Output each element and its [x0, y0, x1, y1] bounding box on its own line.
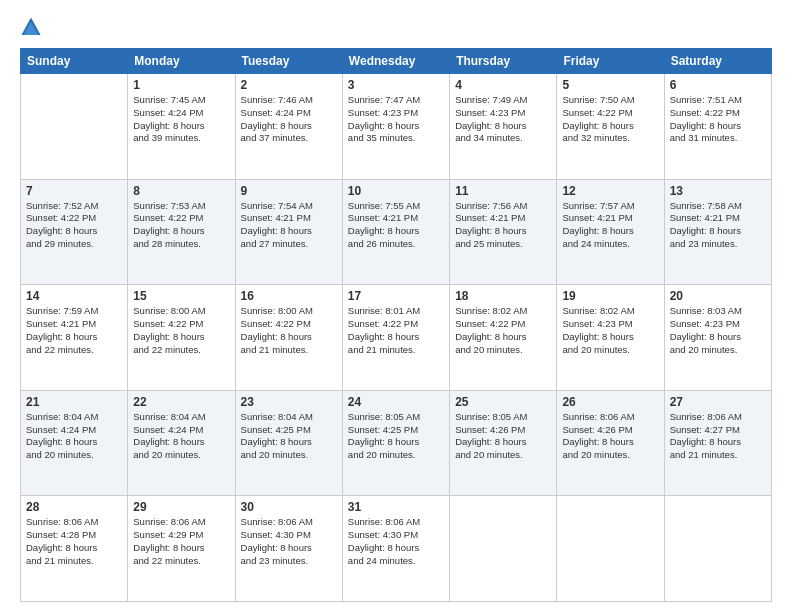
logo: [20, 16, 46, 38]
day-info: Sunrise: 8:00 AM Sunset: 4:22 PM Dayligh…: [241, 305, 337, 356]
calendar-cell: 26Sunrise: 8:06 AM Sunset: 4:26 PM Dayli…: [557, 390, 664, 496]
day-number: 30: [241, 500, 337, 514]
day-number: 19: [562, 289, 658, 303]
calendar-cell: 9Sunrise: 7:54 AM Sunset: 4:21 PM Daylig…: [235, 179, 342, 285]
day-number: 27: [670, 395, 766, 409]
day-number: 24: [348, 395, 444, 409]
calendar-cell: [557, 496, 664, 602]
day-number: 4: [455, 78, 551, 92]
calendar-cell: 1Sunrise: 7:45 AM Sunset: 4:24 PM Daylig…: [128, 74, 235, 180]
day-info: Sunrise: 7:54 AM Sunset: 4:21 PM Dayligh…: [241, 200, 337, 251]
calendar-cell: 17Sunrise: 8:01 AM Sunset: 4:22 PM Dayli…: [342, 285, 449, 391]
day-info: Sunrise: 8:04 AM Sunset: 4:24 PM Dayligh…: [133, 411, 229, 462]
calendar-cell: 13Sunrise: 7:58 AM Sunset: 4:21 PM Dayli…: [664, 179, 771, 285]
day-info: Sunrise: 8:03 AM Sunset: 4:23 PM Dayligh…: [670, 305, 766, 356]
day-info: Sunrise: 8:06 AM Sunset: 4:30 PM Dayligh…: [348, 516, 444, 567]
calendar-cell: 31Sunrise: 8:06 AM Sunset: 4:30 PM Dayli…: [342, 496, 449, 602]
day-number: 31: [348, 500, 444, 514]
day-info: Sunrise: 8:02 AM Sunset: 4:23 PM Dayligh…: [562, 305, 658, 356]
calendar-cell: 18Sunrise: 8:02 AM Sunset: 4:22 PM Dayli…: [450, 285, 557, 391]
header: [20, 16, 772, 38]
calendar-cell: 24Sunrise: 8:05 AM Sunset: 4:25 PM Dayli…: [342, 390, 449, 496]
day-number: 28: [26, 500, 122, 514]
day-info: Sunrise: 7:56 AM Sunset: 4:21 PM Dayligh…: [455, 200, 551, 251]
day-number: 15: [133, 289, 229, 303]
weekday-header-sunday: Sunday: [21, 49, 128, 74]
calendar-cell: 3Sunrise: 7:47 AM Sunset: 4:23 PM Daylig…: [342, 74, 449, 180]
calendar-cell: 6Sunrise: 7:51 AM Sunset: 4:22 PM Daylig…: [664, 74, 771, 180]
weekday-header-thursday: Thursday: [450, 49, 557, 74]
calendar-week-3: 14Sunrise: 7:59 AM Sunset: 4:21 PM Dayli…: [21, 285, 772, 391]
day-info: Sunrise: 8:06 AM Sunset: 4:26 PM Dayligh…: [562, 411, 658, 462]
calendar-cell: 27Sunrise: 8:06 AM Sunset: 4:27 PM Dayli…: [664, 390, 771, 496]
calendar-cell: 15Sunrise: 8:00 AM Sunset: 4:22 PM Dayli…: [128, 285, 235, 391]
page: SundayMondayTuesdayWednesdayThursdayFrid…: [0, 0, 792, 612]
day-number: 23: [241, 395, 337, 409]
calendar-cell: 7Sunrise: 7:52 AM Sunset: 4:22 PM Daylig…: [21, 179, 128, 285]
calendar-cell: 5Sunrise: 7:50 AM Sunset: 4:22 PM Daylig…: [557, 74, 664, 180]
calendar-cell: 11Sunrise: 7:56 AM Sunset: 4:21 PM Dayli…: [450, 179, 557, 285]
day-number: 14: [26, 289, 122, 303]
day-number: 18: [455, 289, 551, 303]
logo-icon: [20, 16, 42, 38]
calendar-cell: 21Sunrise: 8:04 AM Sunset: 4:24 PM Dayli…: [21, 390, 128, 496]
day-info: Sunrise: 7:57 AM Sunset: 4:21 PM Dayligh…: [562, 200, 658, 251]
calendar-cell: 23Sunrise: 8:04 AM Sunset: 4:25 PM Dayli…: [235, 390, 342, 496]
day-number: 6: [670, 78, 766, 92]
calendar-week-1: 1Sunrise: 7:45 AM Sunset: 4:24 PM Daylig…: [21, 74, 772, 180]
calendar-cell: 2Sunrise: 7:46 AM Sunset: 4:24 PM Daylig…: [235, 74, 342, 180]
day-info: Sunrise: 8:06 AM Sunset: 4:30 PM Dayligh…: [241, 516, 337, 567]
day-number: 25: [455, 395, 551, 409]
day-info: Sunrise: 7:51 AM Sunset: 4:22 PM Dayligh…: [670, 94, 766, 145]
weekday-header-tuesday: Tuesday: [235, 49, 342, 74]
weekday-header-monday: Monday: [128, 49, 235, 74]
calendar-cell: 20Sunrise: 8:03 AM Sunset: 4:23 PM Dayli…: [664, 285, 771, 391]
calendar-cell: 22Sunrise: 8:04 AM Sunset: 4:24 PM Dayli…: [128, 390, 235, 496]
day-number: 1: [133, 78, 229, 92]
calendar-cell: 4Sunrise: 7:49 AM Sunset: 4:23 PM Daylig…: [450, 74, 557, 180]
day-info: Sunrise: 8:06 AM Sunset: 4:27 PM Dayligh…: [670, 411, 766, 462]
calendar-week-4: 21Sunrise: 8:04 AM Sunset: 4:24 PM Dayli…: [21, 390, 772, 496]
day-info: Sunrise: 7:58 AM Sunset: 4:21 PM Dayligh…: [670, 200, 766, 251]
weekday-header-saturday: Saturday: [664, 49, 771, 74]
day-number: 12: [562, 184, 658, 198]
day-info: Sunrise: 8:05 AM Sunset: 4:26 PM Dayligh…: [455, 411, 551, 462]
calendar-cell: [664, 496, 771, 602]
day-info: Sunrise: 7:50 AM Sunset: 4:22 PM Dayligh…: [562, 94, 658, 145]
weekday-header-friday: Friday: [557, 49, 664, 74]
day-info: Sunrise: 8:06 AM Sunset: 4:29 PM Dayligh…: [133, 516, 229, 567]
calendar-header: SundayMondayTuesdayWednesdayThursdayFrid…: [21, 49, 772, 74]
calendar-body: 1Sunrise: 7:45 AM Sunset: 4:24 PM Daylig…: [21, 74, 772, 602]
calendar-cell: [21, 74, 128, 180]
day-number: 3: [348, 78, 444, 92]
day-info: Sunrise: 8:02 AM Sunset: 4:22 PM Dayligh…: [455, 305, 551, 356]
day-info: Sunrise: 8:06 AM Sunset: 4:28 PM Dayligh…: [26, 516, 122, 567]
day-number: 13: [670, 184, 766, 198]
calendar-cell: 12Sunrise: 7:57 AM Sunset: 4:21 PM Dayli…: [557, 179, 664, 285]
day-number: 10: [348, 184, 444, 198]
day-info: Sunrise: 8:05 AM Sunset: 4:25 PM Dayligh…: [348, 411, 444, 462]
day-number: 11: [455, 184, 551, 198]
day-info: Sunrise: 7:45 AM Sunset: 4:24 PM Dayligh…: [133, 94, 229, 145]
day-number: 20: [670, 289, 766, 303]
day-number: 21: [26, 395, 122, 409]
day-info: Sunrise: 7:47 AM Sunset: 4:23 PM Dayligh…: [348, 94, 444, 145]
calendar-week-5: 28Sunrise: 8:06 AM Sunset: 4:28 PM Dayli…: [21, 496, 772, 602]
day-number: 9: [241, 184, 337, 198]
calendar-cell: 10Sunrise: 7:55 AM Sunset: 4:21 PM Dayli…: [342, 179, 449, 285]
calendar-cell: [450, 496, 557, 602]
day-info: Sunrise: 8:04 AM Sunset: 4:24 PM Dayligh…: [26, 411, 122, 462]
weekday-header-wednesday: Wednesday: [342, 49, 449, 74]
calendar-cell: 28Sunrise: 8:06 AM Sunset: 4:28 PM Dayli…: [21, 496, 128, 602]
day-info: Sunrise: 8:01 AM Sunset: 4:22 PM Dayligh…: [348, 305, 444, 356]
calendar-cell: 8Sunrise: 7:53 AM Sunset: 4:22 PM Daylig…: [128, 179, 235, 285]
weekday-header-row: SundayMondayTuesdayWednesdayThursdayFrid…: [21, 49, 772, 74]
calendar-cell: 29Sunrise: 8:06 AM Sunset: 4:29 PM Dayli…: [128, 496, 235, 602]
day-number: 17: [348, 289, 444, 303]
day-info: Sunrise: 7:55 AM Sunset: 4:21 PM Dayligh…: [348, 200, 444, 251]
day-number: 26: [562, 395, 658, 409]
day-info: Sunrise: 7:59 AM Sunset: 4:21 PM Dayligh…: [26, 305, 122, 356]
day-number: 29: [133, 500, 229, 514]
day-info: Sunrise: 7:49 AM Sunset: 4:23 PM Dayligh…: [455, 94, 551, 145]
day-info: Sunrise: 7:52 AM Sunset: 4:22 PM Dayligh…: [26, 200, 122, 251]
